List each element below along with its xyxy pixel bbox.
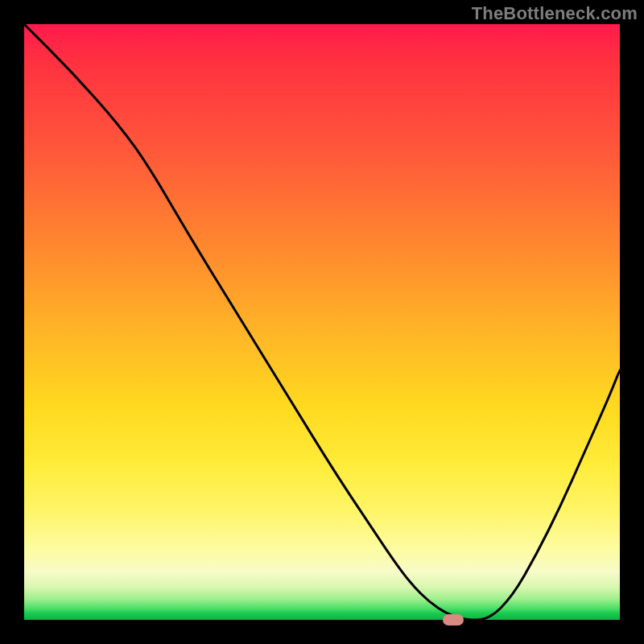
bottleneck-curve-path [24, 24, 620, 620]
chart-frame: TheBottleneck.com [0, 0, 644, 644]
curve-svg [24, 24, 620, 620]
watermark-text: TheBottleneck.com [472, 3, 638, 24]
bottleneck-marker [443, 614, 464, 625]
